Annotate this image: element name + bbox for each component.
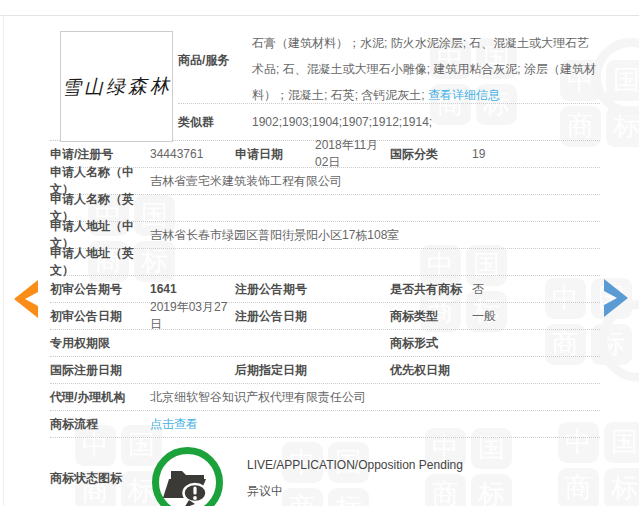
address-cn-value: 吉林省长春市绿园区普阳街景阳小区17栋108室 [150, 227, 600, 244]
mark-type-value: 一般 [472, 308, 600, 325]
top-divider [0, 15, 639, 16]
goods-label: 商品/服务 [178, 29, 252, 103]
exclusive-period-label: 专用权期限 [50, 335, 150, 352]
similar-group-value: 1902;1903;1904;1907;1912;1914; [252, 115, 432, 129]
first-gazette-no-value: 1641 [150, 282, 235, 296]
status-text: LIVE/APPLICATION/Opposition Pending 异议中 [247, 458, 463, 500]
status-folder-icon [150, 445, 225, 506]
process-view-link[interactable]: 点击查看 [150, 416, 600, 433]
app-date-label: 申请日期 [235, 146, 315, 163]
row-status: 商标状态图标 LIVE/APPLICATION/Opposition Pendi… [50, 438, 600, 506]
address-en-label: 申请人地址（英文） [50, 245, 150, 279]
applicant-cn-value: 吉林省壹宅米建筑装饰工程有限公司 [150, 173, 600, 190]
row-agency: 代理/办理机构 北京细软智谷知识产权代理有限责任公司 [50, 384, 600, 411]
intl-reg-date-label: 国际注册日期 [50, 362, 150, 379]
row-gazette-date: 初审公告日期 2019年03月27日 注册公告日期 商标类型 一般 [50, 303, 600, 330]
intl-class-value: 19 [472, 147, 600, 161]
reg-no-label: 申请/注册号 [50, 146, 150, 163]
row-intl-dates: 国际注册日期 后期指定日期 优先权日期 [50, 357, 600, 384]
goods-row: 商品/服务 石膏（建筑材料）；水泥; 防火水泥涂层; 石、混凝土或大理石艺术品;… [178, 29, 600, 103]
top-right: 商品/服务 石膏（建筑材料）；水泥; 防火水泥涂层; 石、混凝土或大理石艺术品;… [178, 29, 600, 140]
mark-type-label: 商标类型 [390, 308, 472, 325]
row-process: 商标流程 点击查看 [50, 411, 600, 438]
status-line1: LIVE/APPLICATION/Opposition Pending [247, 458, 463, 472]
mark-form-label: 商标形式 [390, 335, 472, 352]
process-label: 商标流程 [50, 416, 150, 433]
first-gazette-date-label: 初审公告日期 [50, 308, 150, 325]
priority-date-label: 优先权日期 [390, 362, 472, 379]
top-section: 雪山绿森林 商品/服务 石膏（建筑材料）；水泥; 防火水泥涂层; 石、混凝土或大… [50, 29, 600, 141]
reg-gazette-no-label: 注册公告期号 [235, 281, 315, 298]
chevron-right-icon [600, 276, 636, 320]
row-gazette-no: 初审公告期号 1641 注册公告期号 是否共有商标 否 [50, 276, 600, 303]
shared-mark-label: 是否共有商标 [390, 281, 472, 298]
row-exclusive-period: 专用权期限 商标形式 [50, 330, 600, 357]
first-gazette-no-label: 初审公告期号 [50, 281, 150, 298]
left-divider [3, 15, 4, 506]
status-label: 商标状态图标 [50, 470, 150, 487]
shared-mark-value: 否 [472, 281, 600, 298]
agency-label: 代理/办理机构 [50, 389, 150, 406]
reg-no-value: 34443761 [150, 147, 235, 161]
reg-gazette-date-label: 注册公告日期 [235, 308, 315, 325]
similar-group-label: 类似群 [178, 114, 252, 131]
prev-button[interactable] [6, 277, 42, 321]
goods-detail-link[interactable]: 查看详细信息 [428, 88, 500, 102]
trademark-name: 雪山绿森林 [61, 73, 171, 101]
next-button[interactable] [600, 276, 636, 320]
chevron-left-icon [6, 277, 42, 321]
agency-value: 北京细软智谷知识产权代理有限责任公司 [150, 389, 600, 406]
trademark-image-box: 雪山绿森林 [60, 31, 173, 142]
similar-group-row: 类似群 1902;1903;1904;1907;1912;1914; [178, 103, 600, 140]
later-designation-date-label: 后期指定日期 [235, 362, 315, 379]
trademark-detail-panel: 雪山绿森林 商品/服务 石膏（建筑材料）；水泥; 防火水泥涂层; 石、混凝土或大… [0, 29, 600, 506]
first-gazette-date-value: 2019年03月27日 [150, 299, 235, 333]
status-line2: 异议中 [247, 483, 463, 500]
row-address-en: 申请人地址（英文） [50, 249, 600, 276]
goods-text-value: 石膏（建筑材料）；水泥; 防火水泥涂层; 石、混凝土或大理石艺术品; 石、混凝土… [252, 36, 596, 102]
intl-class-label: 国际分类 [390, 146, 472, 163]
goods-text: 石膏（建筑材料）；水泥; 防火水泥涂层; 石、混凝土或大理石艺术品; 石、混凝土… [252, 29, 600, 103]
app-date-value: 2018年11月02日 [315, 137, 390, 171]
